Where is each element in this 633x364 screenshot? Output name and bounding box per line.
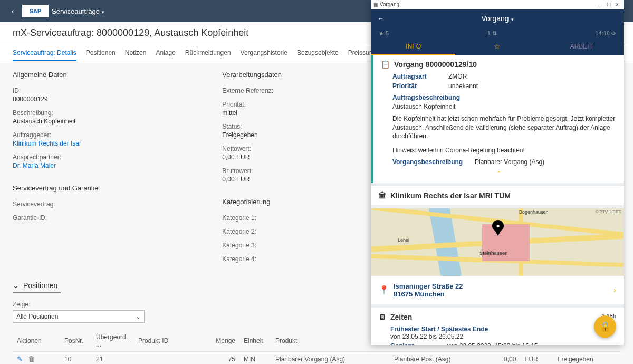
tab-positionen[interactable]: Positionen bbox=[86, 44, 116, 61]
section-allgemeine-daten: Allgemeine Daten bbox=[13, 71, 201, 79]
label-id: ID: bbox=[13, 87, 201, 94]
location-pin-icon: 📍 bbox=[379, 285, 389, 295]
minimize-button[interactable]: — bbox=[596, 2, 605, 7]
label-servicevertrag: Servicevertrag: bbox=[13, 200, 201, 208]
tab-anlage[interactable]: Anlage bbox=[156, 44, 175, 61]
collapse-toggle[interactable]: ⌃ bbox=[381, 168, 616, 179]
cell-einheit: MIN bbox=[239, 352, 271, 365]
cell-pos2: Planbare Pos. (Asg) bbox=[390, 352, 489, 365]
tab-notizen[interactable]: Notizen bbox=[125, 44, 147, 61]
edit-icon[interactable]: ✎ bbox=[17, 355, 23, 363]
shell-menu[interactable]: Serviceaufträge bbox=[52, 7, 105, 15]
maximize-button[interactable]: ☐ bbox=[605, 2, 613, 7]
card-location-header: 🏛Klinikum Rechts der Isar MRI TUM bbox=[371, 186, 624, 205]
overlay-tab-arbeit[interactable]: ARBEIT bbox=[540, 39, 624, 55]
tab-vorgangshistorie[interactable]: Vorgangshistorie bbox=[241, 44, 287, 61]
back-button[interactable]: ‹ bbox=[5, 7, 20, 15]
rating-badge: ★ 5 bbox=[379, 30, 389, 37]
select-zeige[interactable]: Alle Positionen ⌄ bbox=[13, 310, 145, 323]
chevron-right-icon: › bbox=[613, 286, 616, 294]
window-titlebar[interactable]: ▦ Vorgang — ☐ ✕ bbox=[371, 0, 624, 9]
clipboard-icon: 📋 bbox=[381, 60, 390, 69]
overlay-tab-info[interactable]: INFO bbox=[371, 39, 455, 55]
sort-indicator[interactable]: 1 ⇅ bbox=[389, 30, 595, 37]
overlay-time: 14:18 ⟳ bbox=[595, 30, 616, 37]
tab-bezugsobjekte[interactable]: Bezugsobjekte bbox=[297, 44, 339, 61]
sap-logo: SAP bbox=[22, 5, 49, 17]
section-servicevertrag: Servicevertrag und Garantie bbox=[13, 184, 201, 192]
overlay-back-button[interactable]: ← bbox=[378, 15, 388, 22]
label-ansprechpartner: Ansprechpartner: bbox=[13, 154, 201, 161]
address-row[interactable]: 📍 Ismaninger Straße 22 81675 München › bbox=[371, 276, 624, 304]
cell-val: 0,00 bbox=[489, 352, 521, 365]
close-button[interactable]: ✕ bbox=[613, 2, 621, 7]
window-title: Vorgang bbox=[380, 2, 399, 7]
chevron-down-icon: ⌄ bbox=[136, 313, 141, 320]
label-beschreibung: Beschreibung: bbox=[13, 109, 201, 117]
cell-menge: 75 bbox=[208, 352, 239, 365]
cell-produkt: Planbarer Vorgang (Asg) bbox=[271, 352, 390, 365]
link-auftraggeber[interactable]: Klinikum Rechts der Isar bbox=[13, 140, 201, 147]
chevron-down-icon: ⌄ bbox=[13, 281, 19, 290]
cell-posnr[interactable]: 10 bbox=[60, 352, 92, 365]
vorgang-overlay-window: ▦ Vorgang — ☐ ✕ ← Vorgang ▾ ★ 5 1 ⇅ 14:1… bbox=[371, 0, 624, 345]
label-auftraggeber: Auftraggeber: bbox=[13, 131, 201, 139]
fab-action-button[interactable]: 🔒 bbox=[594, 315, 616, 338]
label-garantie: Garantie-ID: bbox=[13, 214, 201, 222]
value-id: 8000000129 bbox=[13, 95, 201, 103]
cell-cur: EUR bbox=[520, 352, 553, 365]
building-icon: 🏛 bbox=[379, 191, 386, 200]
calendar-icon: 🗓 bbox=[379, 313, 386, 321]
card-vorgang: 📋Vorgang 8000000129/10 AuftragsartZMOR P… bbox=[371, 55, 624, 183]
delete-icon[interactable]: 🗑 bbox=[28, 355, 35, 363]
section-positionen[interactable]: ⌄ Positionen bbox=[13, 279, 61, 293]
cell-stat: Freigegeben bbox=[553, 352, 620, 365]
card-zeiten: 🗓Zeiten 1:15h Frühester Start / Späteste… bbox=[371, 308, 624, 345]
overlay-title: Vorgang ▾ bbox=[388, 14, 607, 23]
tab-details[interactable]: Serviceauftrag: Details bbox=[13, 44, 76, 61]
link-ansprechpartner[interactable]: Dr. Maria Maier bbox=[13, 162, 201, 169]
table-row[interactable]: ✎🗑 10 21 75 MIN Planbarer Vorgang (Asg) … bbox=[13, 352, 620, 365]
map-view[interactable]: Lehel Steinhausen Bogenhausen © PTV, HER… bbox=[371, 208, 624, 276]
app-icon: ▦ bbox=[373, 2, 378, 7]
map-pin-icon: ● bbox=[491, 220, 505, 239]
tab-rueckmeldungen[interactable]: Rückmeldungen bbox=[185, 44, 231, 61]
map-attribution: © PTV, HERE bbox=[595, 209, 621, 214]
overlay-tab-favorite[interactable]: ☆ bbox=[455, 39, 539, 55]
value-beschreibung: Austausch Kopfeinheit bbox=[13, 118, 201, 125]
cell-uebergeord[interactable]: 21 bbox=[92, 352, 134, 365]
